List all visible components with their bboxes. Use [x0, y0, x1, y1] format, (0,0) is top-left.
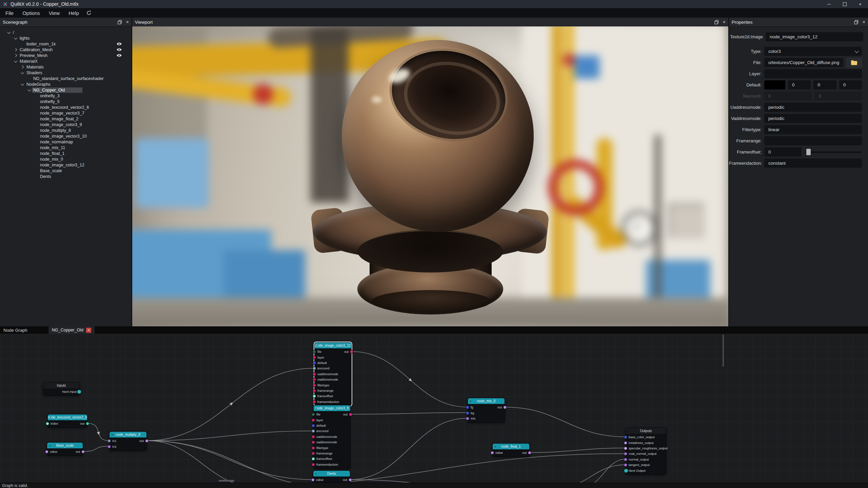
slider-thumb[interactable]: [806, 149, 811, 155]
input-port-uaddressmode[interactable]: [312, 435, 315, 439]
input-port-filtertype[interactable]: [312, 446, 315, 450]
node-graph-canvas[interactable]: InputsNext Inputnode_texcoord_vector2_6i…: [0, 334, 868, 483]
title-bar[interactable]: QuiltiX v0.2.0 - Copper_Old.mtlx ×: [0, 0, 868, 8]
input-port-in1[interactable]: [107, 439, 111, 443]
close-button[interactable]: ×: [852, 0, 868, 8]
input-port-next-output[interactable]: [624, 468, 628, 473]
float-panel-icon[interactable]: [854, 20, 859, 24]
graph-node-dents[interactable]: Dentsvalueout: [313, 470, 350, 483]
input-port-fg[interactable]: [466, 406, 469, 409]
type-combo[interactable]: color3: [764, 47, 862, 56]
input-port-default[interactable]: [312, 424, 315, 427]
graph-node-img9[interactable]: node_image_color3_9fileoutlayerdefaultte…: [313, 405, 351, 469]
tree-expanded-icon[interactable]: [21, 71, 24, 74]
input-port-file[interactable]: [312, 413, 315, 416]
tree-item-node-mix-11[interactable]: node_mix_11: [0, 145, 132, 150]
tree-item-node-image-color3-12[interactable]: node_image_color3_12: [0, 162, 132, 168]
output-port-out[interactable]: [86, 422, 89, 425]
viewport-3d-render[interactable]: [132, 26, 728, 326]
input-port-value[interactable]: [45, 450, 48, 453]
menu-options[interactable]: Options: [19, 9, 43, 17]
color-swatch[interactable]: [764, 80, 785, 89]
input-port-tangent_output[interactable]: [624, 463, 627, 467]
tree-item-node-float-1[interactable]: node_float_1: [0, 150, 132, 156]
tree-item-nodegraphs[interactable]: NodeGraphs: [0, 81, 132, 87]
tree-item-materialx[interactable]: MaterialX: [0, 58, 132, 64]
property-value-field[interactable]: periodic: [764, 114, 862, 123]
input-port-value[interactable]: [491, 451, 494, 454]
tree-expanded-icon[interactable]: [14, 36, 17, 40]
properties-header[interactable]: Properties ×: [729, 18, 868, 27]
file-path-field[interactable]: o/textures/Copper_Old_diffuse.png: [764, 58, 843, 67]
property-value-field[interactable]: 0: [788, 80, 811, 89]
input-port-framerange[interactable]: [312, 452, 315, 455]
frameoffset-slider[interactable]: [804, 147, 862, 157]
graph-node-float1[interactable]: node_float_1valueout: [492, 443, 530, 457]
maximize-button[interactable]: [837, 0, 852, 8]
tree-item-nd-standard-surface-surfaceshader[interactable]: ND_standard_surface_surfaceshader: [0, 76, 132, 81]
input-port-value[interactable]: [311, 478, 315, 482]
input-port-frameoffset[interactable]: [313, 394, 316, 398]
tree-item-calibration-mesh[interactable]: Calibration_Mesh: [0, 47, 132, 53]
property-value-field[interactable]: [764, 69, 862, 78]
tree-item-node-mix-0[interactable]: node_mix_0: [0, 156, 132, 162]
tree-item-node-normalmap[interactable]: node_normalmap: [0, 139, 132, 145]
property-value-field[interactable]: 0: [764, 92, 812, 101]
texture-name-field[interactable]: node_image_color3_12: [766, 32, 863, 41]
input-port-texcoord[interactable]: [312, 429, 315, 433]
tree-item-node-texcoord-vector2-6[interactable]: node_texcoord_vector2_6: [0, 104, 132, 110]
input-port-vaddressmode[interactable]: [312, 441, 315, 444]
input-port-coat_normal_output[interactable]: [624, 452, 627, 455]
input-port-uaddressmode[interactable]: [313, 372, 316, 376]
property-value-field[interactable]: linear: [764, 125, 862, 134]
tree-item-preview-mesh[interactable]: Preview_Mesh: [0, 53, 132, 58]
property-value-field[interactable]: 0: [813, 80, 836, 89]
input-port-index[interactable]: [46, 422, 49, 425]
tree-item-boiler-room-1k[interactable]: boiler_room_1k: [0, 41, 132, 47]
graph-node-inputs[interactable]: InputsNext Input: [43, 382, 80, 396]
graph-node-outputs[interactable]: Outputsbase_color_outputmetalness_output…: [626, 428, 666, 475]
tree-item-onthefly-3[interactable]: onthefly_3: [0, 93, 132, 99]
property-value-field[interactable]: [764, 136, 862, 145]
property-value-field[interactable]: 0: [814, 92, 862, 101]
tree-collapsed-icon[interactable]: [14, 54, 17, 57]
close-panel-icon[interactable]: ×: [863, 20, 865, 24]
tree-collapsed-icon[interactable]: [20, 65, 24, 69]
tree-item-onthefly-5[interactable]: onthefly_5: [0, 99, 132, 104]
tab-close-icon[interactable]: ×: [86, 328, 91, 333]
tree-item-ng-copper-old[interactable]: NG_Copper_Old: [0, 87, 132, 93]
tree-item-materials[interactable]: Materials: [0, 64, 132, 70]
output-port-out[interactable]: [81, 450, 85, 453]
input-port-mix[interactable]: [466, 417, 469, 420]
minimize-button[interactable]: [821, 0, 837, 8]
close-panel-icon[interactable]: ×: [126, 20, 129, 24]
input-port-metalness_output[interactable]: [624, 441, 627, 445]
tree-item-node-image-vector3-10[interactable]: node_image_vector3_10: [0, 133, 132, 139]
tree-item-dents[interactable]: Dents: [0, 174, 132, 179]
tree-expanded-icon[interactable]: [14, 59, 17, 63]
input-port-filtertype[interactable]: [313, 384, 316, 387]
output-port-next-input[interactable]: [77, 390, 81, 394]
input-port-frameendaction[interactable]: [312, 463, 315, 466]
input-port-vaddressmode[interactable]: [313, 378, 316, 381]
output-port-out[interactable]: [528, 451, 531, 454]
tab-ng-copper-old[interactable]: NG_Copper_Old ×: [48, 326, 95, 334]
input-port-default[interactable]: [313, 361, 316, 365]
input-port-framerange[interactable]: [313, 389, 316, 392]
property-value-field[interactable]: 0: [839, 80, 862, 89]
tree-item-lights[interactable]: lights: [0, 35, 132, 41]
float-panel-icon[interactable]: [118, 20, 122, 24]
tree-collapsed-icon[interactable]: [14, 48, 17, 52]
visibility-eye-icon[interactable]: [116, 42, 122, 47]
graph-hscrollbar[interactable]: [219, 480, 234, 482]
graph-node-base_scale[interactable]: Base_scalevalueout: [47, 442, 83, 456]
graph-vscrollbar[interactable]: [723, 334, 724, 367]
output-port-out[interactable]: [349, 478, 352, 482]
input-port-specular_roughness_output[interactable]: [624, 447, 627, 450]
output-port-out[interactable]: [145, 439, 149, 443]
tree-item-base-scale[interactable]: Base_scale: [0, 168, 132, 174]
tree-item-node-image-float-2[interactable]: node_image_float_2: [0, 116, 132, 122]
graph-node-mix0[interactable]: node_mix_0fgoutbgmix: [468, 398, 505, 423]
output-port-out[interactable]: [350, 350, 353, 353]
input-port-frameendaction[interactable]: [313, 400, 316, 404]
